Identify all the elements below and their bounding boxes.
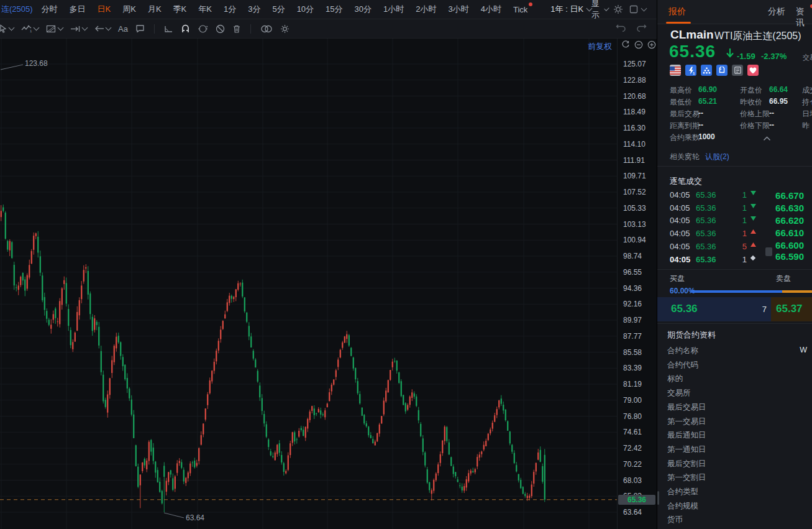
trendline-tool[interactable]: 1 (21, 24, 39, 33)
quote-value: -- (698, 109, 703, 117)
timeframe-30分[interactable]: 30分 (355, 4, 372, 15)
arrow-tool[interactable] (94, 25, 111, 32)
current-price-tag: 65.36 (618, 495, 655, 505)
broker-levels-icon[interactable] (701, 65, 712, 76)
timeframe-1分[interactable]: 1分 (224, 4, 236, 15)
angle-tool[interactable] (164, 25, 173, 33)
timeframe-5分[interactable]: 5分 (272, 4, 285, 15)
svg-text:1: 1 (693, 71, 695, 75)
chevron-down-icon (58, 25, 64, 31)
quote-value: 66.95 (769, 97, 788, 106)
related-warrants-label: 相关窝轮 (670, 152, 700, 162)
ask-cell[interactable]: 65.37 (771, 297, 812, 321)
contract-field-label: 第一通知日 (667, 444, 706, 455)
tag-icon[interactable] (716, 65, 728, 76)
bid-cell[interactable]: 65.36 7 (657, 297, 771, 321)
ladder-price: 66.600 (775, 240, 804, 251)
axis-tick-label: 63.64 (623, 508, 642, 517)
hide-drawings-tool[interactable] (216, 24, 225, 34)
contract-field-label: 合约类型 (667, 487, 698, 497)
collapse-chevron-icon[interactable] (763, 136, 771, 141)
price-down-arrow-icon (726, 48, 734, 58)
badge-row: 1 (670, 65, 759, 76)
timeframe-年K[interactable]: 年K (198, 4, 212, 15)
period-selector[interactable]: 1年 : 日K (550, 4, 591, 15)
chart-settings-icon[interactable] (280, 24, 290, 34)
quote-panel: 报价 分析 资讯 CLmain WTI原油主连(2505) 65.36 -1.5… (657, 0, 812, 529)
timeframe-周K[interactable]: 周K (122, 4, 136, 15)
bid-ratio-segment (690, 290, 782, 293)
chevron-down-icon (106, 25, 112, 31)
quote-value: 66.64 (769, 85, 788, 94)
pattern-tool[interactable] (46, 24, 63, 34)
favorite-heart-icon[interactable] (747, 65, 759, 76)
timeframe-10分[interactable]: 10分 (297, 4, 314, 15)
text-tool[interactable]: Aa (118, 24, 128, 34)
tick-time: 04:05 (670, 216, 690, 225)
tick-qty: 1 (732, 216, 747, 225)
timeframe-季K[interactable]: 季K (173, 4, 187, 15)
tab-analysis[interactable]: 分析 (768, 6, 785, 17)
cursor-tool[interactable] (0, 24, 14, 33)
delete-drawings-tool[interactable] (232, 24, 241, 34)
chevron-down-icon (604, 6, 609, 11)
tab-quote[interactable]: 报价 (668, 6, 686, 17)
symbol-label[interactable]: 连(2505) (1, 4, 33, 15)
bid-ask-ratio-bar (690, 290, 812, 293)
tick-price: 65.36 (696, 190, 716, 200)
ladder-price: 66.630 (775, 203, 804, 213)
tick-qty: 5 (732, 242, 747, 251)
tick-direction-icon (750, 242, 756, 247)
axis-tick-label: 74.61 (623, 428, 642, 436)
level-quote-icon[interactable]: 1 (685, 65, 696, 76)
notification-dot (529, 2, 532, 6)
tick-time: 04:05 (670, 203, 690, 213)
us-flag-icon (670, 65, 681, 76)
tick-direction-icon (750, 204, 756, 208)
timeframe-2小时[interactable]: 2小时 (416, 4, 436, 15)
scrollbar-thumb[interactable] (657, 491, 659, 505)
timeframe-月K[interactable]: 月K (148, 4, 162, 15)
quote-label: 距离到期 (670, 121, 700, 131)
compare-tool[interactable] (260, 25, 273, 33)
timeframe-Tick[interactable]: Tick (513, 5, 527, 14)
ladder-price: 66.590 (775, 251, 804, 262)
timeframe-4小时[interactable]: 4小时 (481, 4, 501, 15)
zoom-out-icon[interactable] (634, 40, 643, 49)
timeframe-日K[interactable]: 日K (98, 4, 111, 15)
timeframe-3小时[interactable]: 3小时 (449, 4, 469, 15)
timeframe-分时[interactable]: 分时 (42, 4, 58, 15)
bid-ask-row[interactable]: 65.36 7 65.37 (657, 297, 812, 321)
price-change-percent: -2.37% (761, 52, 787, 61)
redo-icon[interactable] (636, 24, 647, 32)
measure-tool[interactable] (70, 25, 87, 33)
timeframe-15分[interactable]: 15分 (326, 4, 342, 15)
axis-tick-label: 94.36 (623, 284, 642, 293)
display-label: 显示 (591, 0, 601, 21)
continuous-draw-tool[interactable] (198, 24, 208, 34)
comment-tool[interactable] (135, 24, 145, 33)
layout-select-button[interactable] (629, 5, 646, 14)
ladder-price: 66.610 (775, 228, 804, 238)
zoom-in-icon[interactable] (647, 40, 656, 49)
display-button[interactable]: 显示 (591, 0, 608, 21)
tick-price: 65.36 (696, 255, 716, 264)
quote-label: 最高价 (670, 85, 692, 96)
chart-toolbar: 连(2505) 分时多日日K周K月K季K年K1分3分5分10分15分30分1小时… (0, 0, 657, 19)
tab-news[interactable]: 资讯 (796, 6, 812, 29)
magnet-tool[interactable] (181, 24, 190, 34)
price-axis[interactable]: 125.07122.88120.68118.49116.30114.10111.… (617, 39, 657, 529)
candlestick-chart[interactable]: 前复权 123.68 63.64 (0, 39, 617, 529)
related-warrants-link[interactable]: 认股(2) (705, 152, 729, 162)
adjust-mode-link[interactable]: 前复权 (588, 41, 612, 52)
memo-icon[interactable] (732, 65, 743, 76)
tick-qty: 1 (732, 190, 747, 200)
panel-tabs: 报价 分析 资讯 (657, 0, 812, 24)
indicator-settings-icon[interactable] (613, 4, 623, 14)
tick-price: 65.36 (696, 203, 716, 213)
timeframe-3分[interactable]: 3分 (248, 4, 260, 15)
reset-zoom-icon[interactable] (621, 40, 630, 49)
timeframe-1小时[interactable]: 1小时 (383, 4, 404, 15)
undo-icon[interactable] (616, 24, 626, 32)
timeframe-多日[interactable]: 多日 (70, 4, 86, 15)
